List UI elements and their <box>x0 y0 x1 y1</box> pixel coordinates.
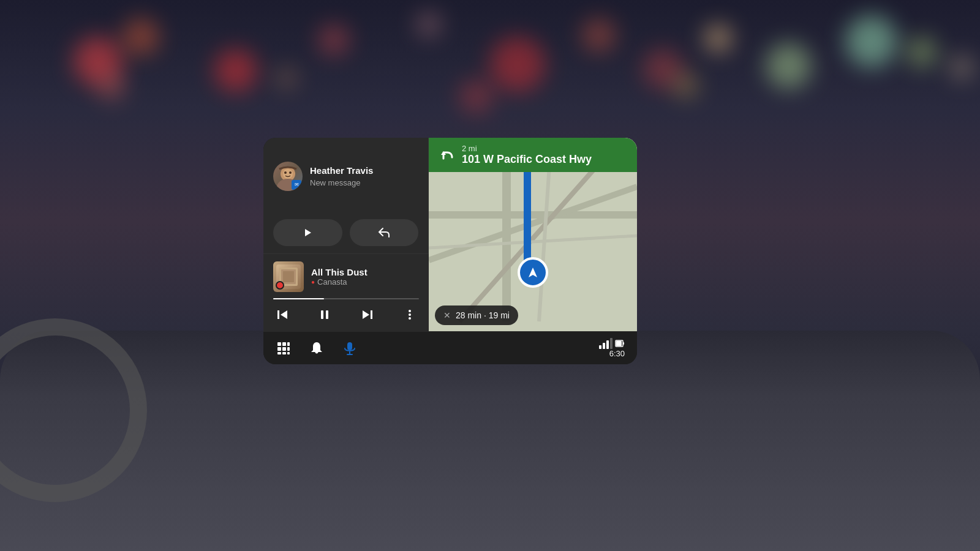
svg-rect-41 <box>623 342 624 345</box>
bokeh-circle <box>582 18 616 52</box>
svg-rect-35 <box>282 352 286 354</box>
music-info: All This Dust ● Canasta <box>273 261 419 292</box>
prev-icon <box>276 308 289 321</box>
bokeh-circle <box>459 80 493 113</box>
nav-header: 2 mi 101 W Pacific Coast Hwy <box>429 138 637 172</box>
clock: 6:30 <box>609 349 625 358</box>
svg-rect-42 <box>616 341 622 346</box>
bell-icon <box>309 340 325 356</box>
svg-marker-10 <box>281 310 287 319</box>
svg-point-3 <box>284 171 287 174</box>
play-icon <box>301 227 314 239</box>
bokeh-circle <box>490 37 545 92</box>
reply-button[interactable] <box>350 219 419 246</box>
bokeh-circle <box>318 24 349 55</box>
notification-content: ✉ Heather Travis New message <box>263 138 428 214</box>
bokeh-circle <box>674 73 698 98</box>
bokeh-circle <box>766 43 812 89</box>
bokeh-circle <box>845 15 897 67</box>
sender-name: Heather Travis <box>310 165 418 177</box>
status-icons <box>599 338 625 349</box>
svg-rect-37 <box>347 342 352 350</box>
progress-fill <box>273 298 324 299</box>
apps-button[interactable] <box>276 340 292 356</box>
avatar: ✉ <box>273 162 303 191</box>
svg-rect-29 <box>282 342 286 346</box>
svg-rect-13 <box>371 310 372 319</box>
more-options-button[interactable] <box>401 305 419 324</box>
bokeh-circle <box>98 73 126 101</box>
svg-point-16 <box>409 313 411 316</box>
svg-rect-34 <box>277 352 281 354</box>
notification-panel: ✉ Heather Travis New message <box>263 138 429 253</box>
bokeh-circle <box>276 67 297 89</box>
bokeh-circle <box>123 18 159 55</box>
svg-rect-30 <box>287 342 290 346</box>
microphone-button[interactable] <box>342 340 358 356</box>
signal-strength-icon <box>599 338 612 349</box>
more-icon <box>403 308 417 321</box>
nav-info: 2 mi 101 W Pacific Coast Hwy <box>462 144 592 166</box>
bokeh-circle <box>214 49 257 92</box>
svg-rect-20 <box>429 211 637 219</box>
taskbar-icons <box>276 340 599 356</box>
taskbar: 6:30 <box>263 331 637 364</box>
message-type: New message <box>310 178 418 187</box>
music-artist: ● Canasta <box>311 277 368 287</box>
svg-rect-33 <box>287 347 290 351</box>
next-track-button[interactable] <box>358 305 377 324</box>
bokeh-circle <box>949 55 974 80</box>
left-column: ✉ Heather Travis New message <box>263 138 429 331</box>
prev-track-button[interactable] <box>273 305 292 324</box>
svg-marker-5 <box>305 229 311 236</box>
nav-distance: 2 mi <box>462 144 592 153</box>
pause-button[interactable] <box>315 305 334 324</box>
action-buttons <box>263 214 428 253</box>
nav-street: 101 W Pacific Coast Hwy <box>462 153 592 166</box>
next-icon <box>361 308 374 321</box>
close-eta-button[interactable]: ✕ <box>443 310 451 320</box>
svg-point-1 <box>283 169 293 179</box>
album-art <box>273 261 304 292</box>
music-panel: All This Dust ● Canasta <box>263 254 429 331</box>
apps-grid-icon <box>276 340 292 356</box>
svg-point-17 <box>409 317 411 320</box>
android-auto-display: ✉ Heather Travis New message <box>263 138 637 364</box>
svg-rect-28 <box>277 342 281 346</box>
battery-icon <box>615 339 625 348</box>
map-panel[interactable]: 2 mi 101 W Pacific Coast Hwy ✕ 28 min · … <box>429 138 637 331</box>
svg-marker-14 <box>363 310 369 319</box>
bokeh-circle <box>907 37 937 67</box>
taskbar-right: 6:30 <box>599 338 625 358</box>
music-controls <box>273 305 419 324</box>
svg-rect-31 <box>277 347 281 351</box>
music-progress-bar[interactable] <box>273 298 419 299</box>
notification-text: Heather Travis New message <box>310 165 418 187</box>
bokeh-circle <box>704 24 732 52</box>
svg-rect-12 <box>326 310 328 319</box>
music-title: All This Dust <box>311 267 368 277</box>
svg-rect-11 <box>321 310 323 319</box>
record-dot <box>276 281 284 290</box>
svg-rect-9 <box>277 310 279 319</box>
reply-icon <box>377 226 391 239</box>
eta-text: 28 min · 19 mi <box>456 310 510 320</box>
turn-arrow-icon <box>439 146 456 163</box>
svg-rect-8 <box>283 271 294 282</box>
play-message-button[interactable] <box>273 219 342 246</box>
microphone-icon <box>342 340 358 356</box>
navigation-arrow-icon <box>526 266 540 279</box>
svg-rect-32 <box>282 347 286 351</box>
notifications-button[interactable] <box>309 340 325 356</box>
svg-point-4 <box>289 171 292 174</box>
top-panels: ✉ Heather Travis New message <box>263 138 637 331</box>
message-badge: ✉ <box>292 180 301 190</box>
music-text: All This Dust ● Canasta <box>311 267 368 287</box>
svg-marker-27 <box>529 268 537 277</box>
eta-bar: ✕ 28 min · 19 mi <box>435 305 518 325</box>
svg-point-15 <box>409 310 411 312</box>
bokeh-circle <box>417 12 441 37</box>
pause-icon <box>318 308 331 321</box>
current-position-dot <box>518 257 548 288</box>
svg-rect-36 <box>287 352 290 354</box>
